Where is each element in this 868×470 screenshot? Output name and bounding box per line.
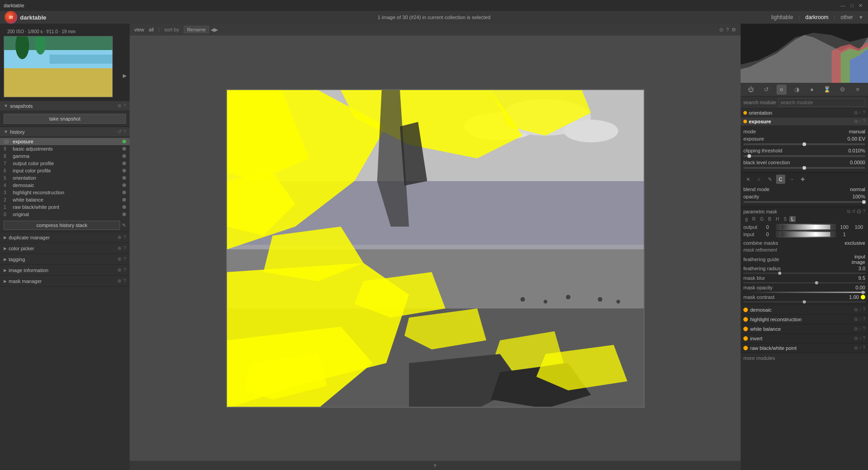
panel-toggle[interactable]: ▶	[123, 73, 126, 79]
pmask-ch-S[interactable]: S	[782, 216, 788, 222]
exposure-icon-arrow[interactable]: ↑	[859, 119, 861, 124]
mod-extra-icon[interactable]: ≡	[853, 85, 863, 95]
black-level-slider-handle[interactable]	[802, 166, 806, 170]
feathering-radius-slider[interactable]	[743, 273, 865, 274]
mask-contrast-slider[interactable]	[743, 301, 865, 303]
bm-icon-info[interactable]: ?	[863, 345, 865, 351]
img-info-icon-info[interactable]: ?	[123, 267, 126, 273]
tagging-section[interactable]: ▶ tagging ⊕ ?	[0, 254, 130, 265]
clipping-slider-handle[interactable]	[747, 154, 751, 158]
duplicate-manager-section[interactable]: ▶ duplicate manager ⊕ ?	[0, 232, 130, 243]
bm-icon-info[interactable]: ?	[863, 326, 865, 332]
bm-icon-info[interactable]: ?	[863, 336, 865, 341]
bottom-module-power[interactable]	[743, 317, 748, 322]
image-information-section[interactable]: ▶ image information ⊕ ?	[0, 265, 130, 276]
help-icon[interactable]: ?	[726, 27, 729, 33]
tag-icon-add[interactable]: ⊕	[117, 256, 121, 262]
bm-icon-arrow[interactable]: ↑	[859, 336, 861, 341]
mod-full-icon[interactable]: ●	[807, 85, 817, 95]
mask-icon-info[interactable]: ?	[123, 278, 126, 284]
take-snapshot-button[interactable]: take snapshot	[4, 114, 126, 124]
mask-manager-section[interactable]: ▶ mask manager ⊕ ?	[0, 276, 130, 287]
bottom-module-power[interactable]	[743, 327, 748, 331]
sort-button[interactable]: filename	[184, 26, 209, 33]
mod-half-icon[interactable]: ◑	[792, 85, 802, 95]
mask-icon-add[interactable]: ⊕	[117, 278, 121, 284]
snapshots-icon-plus[interactable]: ⊕	[117, 103, 121, 109]
blend-icon-circle[interactable]: ○	[754, 175, 763, 184]
mod-reset-icon[interactable]: ↺	[761, 85, 771, 95]
img-info-icon-add[interactable]: ⊕	[117, 267, 121, 273]
pmask-ch-B[interactable]: B	[767, 216, 773, 222]
mod-all-icon[interactable]: ○	[777, 85, 787, 95]
bm-icon-multi[interactable]: ⧉	[854, 336, 858, 341]
search-input[interactable]	[778, 98, 865, 106]
history-item[interactable]: 0 original	[0, 211, 130, 218]
mask-blur-slider[interactable]	[743, 282, 865, 283]
pmask-ch-G[interactable]: G	[758, 216, 766, 222]
nav-lighttable[interactable]: lighttable	[771, 14, 793, 20]
history-item[interactable]: 5 orientation	[0, 174, 130, 182]
bm-icon-info[interactable]: ?	[863, 317, 865, 322]
history-item[interactable]: 8 gamma	[0, 152, 130, 160]
history-item[interactable]: 10 exposure	[0, 138, 130, 145]
history-item[interactable]: 4 demosaic	[0, 182, 130, 189]
dup-icon-add[interactable]: ⊕	[117, 234, 121, 240]
more-modules-row[interactable]: more modules	[741, 353, 868, 363]
cp-icon-info[interactable]: ?	[123, 245, 126, 251]
pmask-icon1[interactable]: ⧉	[847, 209, 850, 214]
exposure-icon-info[interactable]: ?	[863, 119, 865, 124]
sort-arrow[interactable]: ◀▶	[211, 27, 218, 33]
history-item[interactable]: 3 highlight reconstruction	[0, 189, 130, 196]
color-picker-section[interactable]: ▶ color picker ⊕ ?	[0, 243, 130, 254]
opacity-slider-handle[interactable]	[862, 200, 866, 204]
bm-icon-arrow[interactable]: ↑	[859, 326, 861, 332]
bm-icon-multi[interactable]: ⧉	[854, 307, 858, 313]
pmask-icon2[interactable]: ↺	[852, 209, 855, 214]
exposure-icon-multi[interactable]: ⧉	[854, 119, 858, 124]
black-level-slider[interactable]	[743, 167, 865, 169]
bm-icon-arrow[interactable]: ↑	[859, 317, 861, 322]
mask-opacity-slider[interactable]	[743, 292, 865, 293]
mod-recent-icon[interactable]: ⌛	[822, 85, 832, 95]
history-item[interactable]: 2 white balance	[0, 196, 130, 203]
input-slider[interactable]	[776, 231, 836, 238]
mask-opacity-handle[interactable]	[861, 291, 864, 294]
exposure-power-btn[interactable]	[743, 120, 747, 123]
clipping-slider[interactable]	[743, 155, 865, 157]
bottom-module-power[interactable]	[743, 346, 748, 350]
compress-history-button[interactable]: compress history stack	[4, 221, 120, 230]
bm-icon-info[interactable]: ?	[863, 307, 865, 313]
snapshots-icon-info[interactable]: ?	[123, 103, 126, 109]
mod-power-icon[interactable]: ⏻	[746, 85, 756, 95]
mod-settings-icon[interactable]: ⚙	[838, 85, 848, 95]
scroll-down-arrow[interactable]: ▼	[433, 463, 438, 468]
pmask-ch-H[interactable]: H	[774, 216, 781, 222]
nav-darkroom[interactable]: darkroom	[805, 14, 828, 20]
history-item[interactable]: 7 output color profile	[0, 160, 130, 167]
settings-icon[interactable]: ⚙	[732, 27, 736, 33]
blend-icon-x[interactable]: ✕	[743, 175, 752, 184]
pmask-ch-g[interactable]: g	[743, 216, 750, 222]
bm-icon-multi[interactable]: ⧉	[854, 345, 858, 351]
minimize-btn[interactable]: —	[840, 3, 845, 8]
view-all[interactable]: all	[149, 27, 154, 32]
maximize-btn[interactable]: □	[850, 3, 853, 8]
feathering-radius-handle[interactable]	[778, 272, 782, 275]
mask-contrast-handle[interactable]	[803, 300, 806, 303]
bm-icon-multi[interactable]: ⧉	[854, 326, 858, 332]
opacity-slider[interactable]	[743, 201, 865, 203]
exposure-slider[interactable]	[743, 143, 865, 145]
history-item[interactable]: 6 input color profile	[0, 167, 130, 174]
bm-icon-arrow[interactable]: ↑	[859, 307, 861, 313]
orientation-icon-arrow[interactable]: ↑	[859, 110, 861, 116]
compress-edit-icon[interactable]: ✎	[122, 222, 126, 228]
output-slider[interactable]	[776, 224, 836, 230]
pmask-ch-R[interactable]: R	[751, 216, 757, 222]
view-label[interactable]: view	[134, 27, 144, 32]
cp-icon-add[interactable]: ⊕	[117, 245, 121, 251]
orientation-power-btn[interactable]	[743, 111, 747, 115]
pmask-icon4[interactable]: ?	[863, 209, 865, 214]
pmask-ch-L[interactable]: L	[789, 216, 796, 222]
tag-icon-info[interactable]: ?	[123, 256, 126, 262]
